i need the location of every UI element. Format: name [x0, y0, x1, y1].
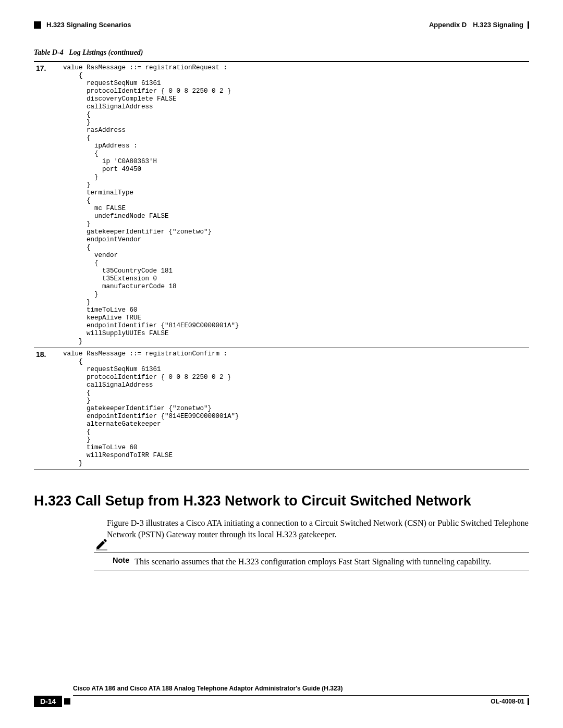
footer-right-tick — [528, 698, 529, 705]
footer-book-title: Cisco ATA 186 and Cisco ATA 188 Analog T… — [73, 685, 529, 692]
header-appendix: Appendix D — [429, 21, 467, 29]
row-code: value RasMessage ::= registrationConfirm… — [63, 348, 529, 470]
footer-square-marker — [64, 698, 70, 705]
header-chapter-title: H.323 Signaling — [473, 21, 523, 29]
log-listings-table: 17. value RasMessage ::= registrationReq… — [34, 61, 529, 470]
note-icon-column — [94, 537, 109, 553]
table-row: 17. value RasMessage ::= registrationReq… — [34, 61, 529, 348]
page-footer: Cisco ATA 186 and Cisco ATA 188 Analog T… — [34, 685, 529, 707]
header-left-text: H.323 Signaling Scenarios — [46, 21, 131, 29]
row-number: 18. — [34, 348, 63, 470]
footer-doc-id-block: OL-4008-01 — [491, 698, 529, 705]
row-number: 17. — [34, 61, 63, 348]
table-caption: Table D-4 Log Listings (continued) — [34, 48, 529, 57]
header-right: Appendix D H.323 Signaling — [429, 21, 529, 29]
table-caption-title: Log Listings (continued) — [69, 48, 143, 56]
note-block: Note This scenario assumes that the H.32… — [94, 552, 529, 571]
note-text: This scenario assumes that the H.323 con… — [134, 554, 491, 567]
footer-doc-id: OL-4008-01 — [491, 698, 524, 705]
body-paragraph: Figure D-3 illustrates a Cisco ATA initi… — [107, 517, 529, 540]
running-header: H.323 Signaling Scenarios Appendix D H.3… — [34, 21, 529, 29]
header-left: H.323 Signaling Scenarios — [34, 21, 131, 29]
row-code: value RasMessage ::= registrationRequest… — [63, 61, 529, 348]
note-label: Note — [113, 554, 129, 564]
section-heading: H.323 Call Setup from H.323 Network to C… — [34, 493, 529, 509]
header-right-tick — [528, 21, 529, 29]
header-left-marker — [34, 21, 41, 29]
pencil-icon — [94, 537, 109, 553]
page-number-badge: D-14 — [34, 696, 62, 707]
table-row: 18. value RasMessage ::= registrationCon… — [34, 348, 529, 470]
footer-row: D-14 OL-4008-01 — [34, 696, 529, 707]
table-caption-label: Table D-4 — [34, 48, 64, 56]
